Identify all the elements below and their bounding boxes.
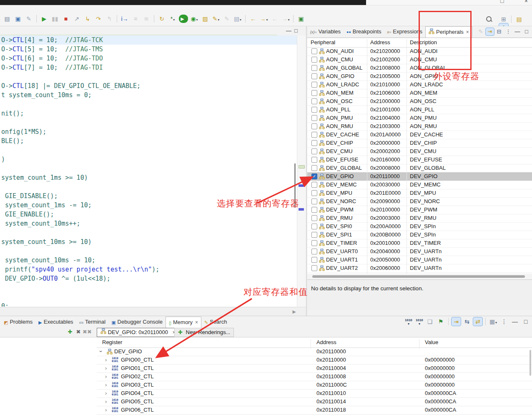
expander-icon[interactable]: › bbox=[105, 365, 107, 371]
link-with-editor-icon[interactable]: ⇥ bbox=[486, 28, 494, 35]
profile-icon[interactable]: ◉▾ bbox=[190, 15, 199, 23]
show-logical-structure-icon[interactable]: ≡ bbox=[131, 15, 140, 23]
close-icon[interactable]: × bbox=[195, 319, 198, 325]
expander-icon[interactable]: › bbox=[105, 398, 107, 405]
forward-icon[interactable]: →▾ bbox=[259, 15, 269, 23]
dropdown-arrow-icon[interactable]: ▾ bbox=[266, 18, 268, 22]
annotations-nav-icon[interactable]: ▤▾ bbox=[233, 15, 242, 23]
peripheral-row[interactable]: AON_LRADC0x21010000AON_LRADC bbox=[307, 80, 532, 89]
peripheral-checkbox[interactable] bbox=[311, 232, 317, 238]
register-row[interactable]: ›10100101GPIO02_CTL0x201100080x00000000 bbox=[97, 372, 532, 381]
column-header-peripheral[interactable]: Peripheral bbox=[311, 39, 335, 45]
peripheral-checkbox[interactable] bbox=[311, 249, 317, 254]
peripheral-row[interactable]: DEV_UART00x20040000DEV_UARTn bbox=[307, 247, 532, 256]
peripheral-checkbox[interactable] bbox=[311, 82, 317, 88]
peripheral-checkbox[interactable] bbox=[311, 148, 317, 154]
step-into-icon[interactable]: ↳ bbox=[83, 15, 92, 23]
view-menu-icon[interactable]: ⋮ bbox=[504, 28, 512, 35]
peripheral-checkbox[interactable] bbox=[311, 240, 317, 246]
prev-edit-icon[interactable]: ← bbox=[270, 15, 279, 23]
register-row[interactable]: ›10100101GPIO06_CTL0x201100180x000000CA bbox=[97, 406, 532, 415]
peripheral-checkbox[interactable] bbox=[311, 65, 317, 71]
peripheral-checkbox[interactable] bbox=[311, 199, 317, 204]
peripheral-checkbox[interactable] bbox=[311, 157, 317, 163]
peripheral-checkbox[interactable] bbox=[311, 98, 317, 104]
peripheral-row[interactable]: AON_RMU0x21003000AON_RMU bbox=[307, 122, 532, 131]
ruler-marker[interactable] bbox=[299, 184, 304, 187]
link-memory-icon[interactable]: ⇥ bbox=[452, 317, 461, 326]
minimize-icon[interactable]: — bbox=[513, 28, 522, 35]
peripheral-checkbox[interactable] bbox=[311, 265, 317, 271]
peripheral-checkbox[interactable] bbox=[311, 224, 317, 229]
minimize-icon[interactable]: — bbox=[510, 317, 519, 326]
peripheral-checkbox[interactable] bbox=[311, 165, 317, 171]
pin-memory-icon[interactable]: ⚑ bbox=[436, 317, 445, 326]
peripheral-row[interactable]: ✓DEV_GPIO0x20110000DEV_GPIO bbox=[307, 172, 532, 181]
new-memory-view-icon[interactable]: ❏ bbox=[425, 317, 434, 326]
expander-icon[interactable]: › bbox=[105, 382, 107, 388]
peripheral-row[interactable]: DEV_UART20x20060000DEV_UARTn bbox=[307, 264, 532, 273]
open-element-icon[interactable]: ▨ bbox=[201, 15, 210, 23]
code-editor[interactable]: O->CTL[4] = 10; //JTAG-TCKO->CTL[5] = 10… bbox=[0, 35, 297, 307]
peripheral-row[interactable]: AON_CMU0x21002000AON_CMU bbox=[307, 55, 532, 64]
register-row[interactable]: ›10100101GPIO03_CTL0x2011000C0x00000000 bbox=[97, 381, 532, 390]
peripheral-row[interactable]: DEV_CMU0x20002000DEV_CMU bbox=[307, 147, 532, 156]
register-group-row[interactable]: ›DEV_GPIO0x20110000 bbox=[97, 347, 532, 356]
dropdown-arrow-icon[interactable]: ▾ bbox=[240, 18, 241, 22]
step-return-icon[interactable]: ↰ bbox=[105, 15, 114, 23]
restart-icon[interactable]: ↻ bbox=[157, 15, 166, 23]
peripheral-checkbox[interactable]: ✓ bbox=[311, 174, 317, 179]
column-header-value[interactable]: Value bbox=[425, 339, 438, 345]
maximize-icon[interactable]: □ bbox=[521, 317, 530, 326]
expander-icon[interactable]: › bbox=[105, 390, 107, 396]
peripheral-row[interactable]: DEV_CACHE0x201A0000DEV_CACHE bbox=[307, 131, 532, 139]
dropdown-arrow-icon[interactable]: ▾ bbox=[288, 18, 289, 22]
peripherals-horizontal-scrollbar[interactable] bbox=[307, 274, 532, 279]
peripheral-checkbox[interactable] bbox=[311, 57, 317, 63]
peripheral-row[interactable]: DEV_UART10x20050000DEV_UARTn bbox=[307, 256, 532, 264]
peripheral-row[interactable]: AON_OSC0x21000000AON_OSC bbox=[307, 97, 532, 106]
peripheral-checkbox[interactable] bbox=[311, 115, 317, 121]
peripheral-row[interactable]: DEV_PWM0x20100000DEV_PWM bbox=[307, 206, 532, 214]
inspect-icon[interactable]: ✎ bbox=[24, 15, 33, 23]
scroll-right-icon[interactable]: ▶ bbox=[293, 309, 296, 314]
register-row[interactable]: ›10100101GPIO04_CTL0x201100100x000000CA bbox=[97, 389, 532, 398]
tab-breakpoints[interactable]: ●●Breakpoints bbox=[344, 26, 384, 37]
maximize-editor-icon[interactable]: □ bbox=[294, 28, 298, 34]
peripheral-checkbox[interactable] bbox=[311, 123, 317, 129]
tab-debugger-console[interactable]: ▣Debugger Console bbox=[108, 317, 166, 327]
disconnect-icon[interactable]: ↗ bbox=[72, 15, 81, 23]
dropdown-arrow-icon[interactable]: ▾ bbox=[173, 18, 175, 22]
tab-memory[interactable]: ▯Memory× bbox=[166, 317, 201, 328]
tab-executables[interactable]: ▶Executables bbox=[35, 317, 76, 327]
open-perspective-icon[interactable]: ⊞ bbox=[499, 15, 508, 23]
mark-occurrences-icon[interactable]: ✎ bbox=[222, 15, 231, 23]
open-console-icon[interactable]: ▣ bbox=[13, 15, 23, 23]
view-menu-icon[interactable]: ⋮ bbox=[499, 317, 509, 326]
back-icon[interactable]: ← bbox=[248, 15, 258, 23]
restore-window-icon[interactable]: □ bbox=[500, 0, 504, 4]
new-binary-icon[interactable]: ▤ bbox=[3, 15, 12, 23]
switch-memory-icon[interactable]: ⇆ bbox=[462, 317, 472, 326]
editor-horizontal-scrollbar[interactable]: ▶ bbox=[0, 307, 306, 316]
peripheral-checkbox[interactable] bbox=[311, 48, 317, 54]
peripheral-row[interactable]: AON_GPIO0x21005000AON_GPIO bbox=[307, 72, 532, 81]
peripheral-checkbox[interactable] bbox=[311, 90, 317, 96]
dropdown-arrow-icon[interactable]: ▾ bbox=[185, 18, 186, 21]
peripheral-row[interactable]: AON_PMU0x21004000AON_PMU bbox=[307, 114, 532, 123]
peripheral-row[interactable]: DEV_CHIP0x20000000DEV_CHIP bbox=[307, 139, 532, 148]
memory-monitor-tab[interactable]: DEV_GPIO: 0x20110000 × bbox=[97, 328, 179, 337]
terminate-icon[interactable]: ■ bbox=[61, 15, 70, 23]
remove-all-monitors-icon[interactable]: ✖✖ bbox=[83, 328, 91, 336]
peripheral-checkbox[interactable] bbox=[311, 73, 317, 79]
register-row[interactable]: ›10100101GPIO00_CTL0x201100000x00000000 bbox=[97, 356, 532, 365]
ruler-marker[interactable] bbox=[299, 208, 304, 211]
peripheral-row[interactable]: DEV_NORC0x20090000DEV_NORC bbox=[307, 197, 532, 206]
column-header-address[interactable]: Address bbox=[316, 339, 336, 345]
dropdown-arrow-icon[interactable]: ▾ bbox=[495, 321, 497, 324]
peripheral-row[interactable]: DEV_EFUSE0x20160000DEV_EFUSE bbox=[307, 156, 532, 164]
editor-vertical-scrollbar[interactable] bbox=[294, 163, 296, 208]
dropdown-arrow-icon[interactable]: ▾ bbox=[218, 18, 219, 22]
minimize-editor-icon[interactable]: — bbox=[286, 28, 291, 34]
run-icon[interactable]: ▶▾ bbox=[179, 15, 188, 23]
